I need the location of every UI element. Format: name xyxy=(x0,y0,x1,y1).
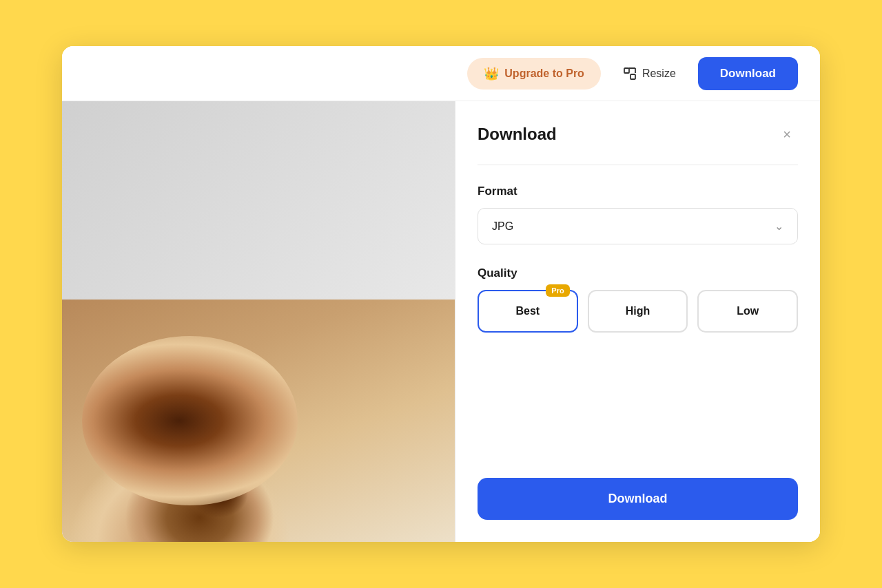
quality-low-button[interactable]: Low xyxy=(697,290,798,333)
divider xyxy=(478,165,798,165)
format-select[interactable]: JPG ⌄ xyxy=(478,208,798,244)
pro-badge: Pro xyxy=(546,284,569,297)
quality-low-label: Low xyxy=(737,305,759,317)
quality-best-button[interactable]: Pro Best xyxy=(478,290,578,333)
crown-icon: 👑 xyxy=(484,66,499,81)
format-section: Format JPG ⌄ xyxy=(478,185,798,266)
download-button[interactable]: Download xyxy=(478,478,798,520)
quality-high-label: High xyxy=(626,305,650,317)
download-button-label: Download xyxy=(608,492,668,505)
image-area xyxy=(62,101,455,542)
download-header-button[interactable]: Download xyxy=(698,57,798,90)
svg-rect-1 xyxy=(630,74,635,79)
resize-button[interactable]: Resize xyxy=(612,59,687,89)
panel-title: Download xyxy=(478,125,557,144)
quality-options: Pro Best High Low xyxy=(478,290,798,333)
close-icon: × xyxy=(783,127,791,143)
panel-header: Download × xyxy=(478,123,798,145)
image-top-half xyxy=(62,101,455,300)
resize-icon xyxy=(623,67,637,81)
svg-rect-0 xyxy=(624,68,629,73)
latte-art xyxy=(82,336,298,505)
upgrade-label: Upgrade to Pro xyxy=(504,67,584,80)
coffee-cup-image xyxy=(62,300,455,542)
format-label: Format xyxy=(478,185,798,198)
upgrade-to-pro-button[interactable]: 👑 Upgrade to Pro xyxy=(467,58,601,90)
quality-best-label: Best xyxy=(515,305,540,317)
app-window: 👑 Upgrade to Pro Resize Download xyxy=(62,46,820,542)
image-bottom-half xyxy=(62,300,455,542)
quality-high-button[interactable]: High xyxy=(588,290,688,333)
quality-label: Quality xyxy=(478,266,798,280)
resize-label: Resize xyxy=(642,67,676,80)
format-value: JPG xyxy=(492,220,513,233)
download-panel: Download × Format JPG ⌄ Quality Pr xyxy=(455,101,820,542)
chevron-down-icon: ⌄ xyxy=(775,220,783,233)
quality-section: Quality Pro Best High Low xyxy=(478,266,798,355)
main-content: Download × Format JPG ⌄ Quality Pr xyxy=(62,101,820,542)
close-button[interactable]: × xyxy=(776,123,798,145)
top-bar: 👑 Upgrade to Pro Resize Download xyxy=(62,46,820,101)
download-header-label: Download xyxy=(720,67,776,80)
